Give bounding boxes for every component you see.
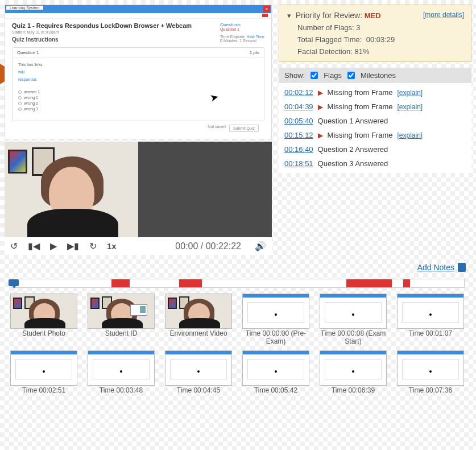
thumbnail[interactable]: Time 00:06:39	[320, 350, 387, 395]
event-timestamp[interactable]: 00:05:40	[284, 117, 313, 125]
thumbnail[interactable]: Time 00:03:48	[88, 350, 155, 395]
thumbnail-image	[165, 294, 232, 329]
thumbnail-image	[320, 294, 387, 329]
thumbnail-caption: Student ID	[88, 330, 155, 338]
thumbnail[interactable]: Time 00:07:36	[397, 350, 464, 395]
flagged-segment[interactable]	[179, 279, 202, 287]
flagged-time: 00:03:29	[366, 35, 395, 44]
facial-detection: 81%	[354, 47, 369, 56]
flags-checkbox[interactable]	[311, 72, 318, 79]
thumbnail-caption: Time 00:03:48	[88, 387, 155, 395]
thumbnail-image	[242, 350, 309, 386]
flag-icon: ▶	[318, 103, 323, 111]
flags-label: Flags	[324, 71, 342, 80]
thumbnail[interactable]: Environment Video	[165, 294, 232, 346]
thumbnail-caption: Time 00:07:36	[397, 387, 464, 395]
milestones-checkbox[interactable]	[347, 72, 355, 79]
show-label: Show:	[284, 71, 305, 80]
event-timestamp[interactable]: 00:04:39	[284, 102, 313, 111]
thumbnail-image	[242, 294, 309, 329]
event-text: Question 2 Answered	[318, 145, 388, 154]
thumbnail[interactable]: Time 00:02:51	[10, 350, 77, 395]
event-row: 00:02:12▶Missing from Frame[explain]	[279, 85, 471, 100]
event-timestamp[interactable]: 00:18:51	[284, 159, 313, 168]
question-header: Question 1	[17, 50, 39, 55]
event-row: 00:05:40Question 1 Answered	[279, 114, 471, 128]
volume-icon[interactable]: 🔊	[255, 241, 266, 251]
thumbnail-image	[10, 294, 77, 329]
priority-label: Priority for Review:	[296, 11, 362, 20]
browser-tab: Learning System	[6, 6, 43, 10]
thumbnail-image	[88, 294, 155, 329]
playhead-marker-icon[interactable]	[9, 277, 21, 290]
flagged-segment[interactable]	[111, 279, 130, 287]
thumbnail-caption: Time 00:06:39	[320, 387, 387, 395]
question-block: Question 1 1 pts This has links: wiki re…	[12, 47, 264, 121]
event-timestamp[interactable]: 00:02:12	[284, 88, 313, 97]
event-row: 00:18:51Question 3 Answered	[279, 156, 471, 171]
thumbnail[interactable]: Time 00:00:00 (Pre-Exam)	[242, 294, 309, 346]
thumbnail[interactable]: Time 00:04:45	[165, 350, 232, 395]
event-text: Question 1 Answered	[318, 117, 388, 125]
thumbnail[interactable]: Student ID	[88, 294, 155, 346]
flags-count: 3	[356, 23, 360, 32]
priority-level: MED	[365, 11, 381, 20]
webcam-feed	[5, 142, 138, 237]
thumbnail-grid: Student PhotoStudent IDEnvironment Video…	[0, 288, 476, 404]
event-row: 00:15:12▶Missing from Frame[explain]	[279, 128, 471, 142]
play-icon[interactable]: ▶	[50, 241, 57, 251]
player-controls: ↺ ▮◀ ▶ ▶▮ ↻ 1x 00:00 / 00:22:22 🔊	[5, 237, 272, 255]
thumbnail-image	[320, 350, 387, 386]
thumbnail-caption: Time 00:00:00 (Pre-Exam)	[242, 330, 309, 346]
thumbnail[interactable]: Student Photo	[10, 294, 77, 346]
thumbnail-caption: Student Photo	[10, 330, 77, 338]
thumbnail[interactable]: Time 00:00:08 (Exam Start)	[320, 294, 387, 346]
event-text: Missing from Frame	[328, 131, 393, 139]
priority-panel: ▾ Priority for Review: MED [more details…	[279, 5, 471, 62]
thumbnail-caption: Environment Video	[165, 330, 232, 338]
flag-icon: ▶	[318, 89, 323, 97]
thumbnail-image	[165, 350, 232, 386]
video-preview-row	[5, 142, 272, 237]
event-text: Missing from Frame	[328, 102, 393, 111]
event-timestamp[interactable]: 00:15:12	[284, 131, 313, 139]
forward-icon[interactable]: ↻	[89, 241, 97, 251]
event-row: 00:16:40Question 2 Answered	[279, 142, 471, 156]
explain-link[interactable]: [explain]	[397, 89, 423, 97]
prev-icon[interactable]: ▮◀	[28, 241, 40, 251]
timeline-container	[0, 276, 476, 288]
thumbnail-caption: Time 00:05:42	[242, 387, 309, 395]
flagged-segment[interactable]	[403, 279, 410, 287]
thumbnail[interactable]: Time 00:01:07	[397, 294, 464, 346]
add-notes-row: Add Notes	[279, 258, 471, 276]
milestones-label: Milestones	[361, 71, 396, 80]
explain-link[interactable]: [explain]	[397, 103, 423, 111]
flagged-segment[interactable]	[346, 279, 392, 287]
event-list: 00:02:12▶Missing from Frame[explain]00:0…	[279, 83, 471, 173]
explain-link[interactable]: [explain]	[397, 131, 423, 139]
thumbnail[interactable]: Time 00:05:42	[242, 350, 309, 395]
notes-icon[interactable]	[458, 263, 466, 272]
lockdown-indicator	[262, 14, 268, 17]
screen-feed	[138, 142, 272, 237]
more-details-link[interactable]: [more details]	[423, 11, 464, 19]
event-timestamp[interactable]: 00:16:40	[284, 145, 313, 154]
timeline[interactable]	[11, 279, 465, 288]
caret-down-icon[interactable]: ▾	[287, 11, 291, 20]
quiz-sidebar: Questions Question 1 Time Elapsed: Hide …	[220, 22, 264, 43]
filter-bar: Show: Flags Milestones	[279, 68, 471, 83]
thumbnail-caption: Time 00:04:45	[165, 387, 232, 395]
next-icon[interactable]: ▶▮	[67, 241, 79, 251]
question-points: 1 pts	[250, 50, 259, 55]
quiz-screenshot: Learning System × Quiz 1 - Requires Resp…	[5, 5, 272, 139]
playback-speed[interactable]: 1x	[107, 241, 117, 251]
thumbnail-caption: Time 00:00:08 (Exam Start)	[320, 330, 387, 346]
add-notes-link[interactable]: Add Notes	[417, 263, 454, 272]
thumbnail-image	[88, 350, 155, 386]
submit-quiz-button: Submit Quiz	[229, 125, 259, 132]
rewind-icon[interactable]: ↺	[10, 241, 18, 251]
event-text: Question 3 Answered	[318, 159, 388, 168]
flag-icon: ▶	[318, 131, 323, 139]
thumbnail-image	[397, 294, 464, 329]
player-time: 00:00 / 00:22:22	[175, 241, 241, 251]
